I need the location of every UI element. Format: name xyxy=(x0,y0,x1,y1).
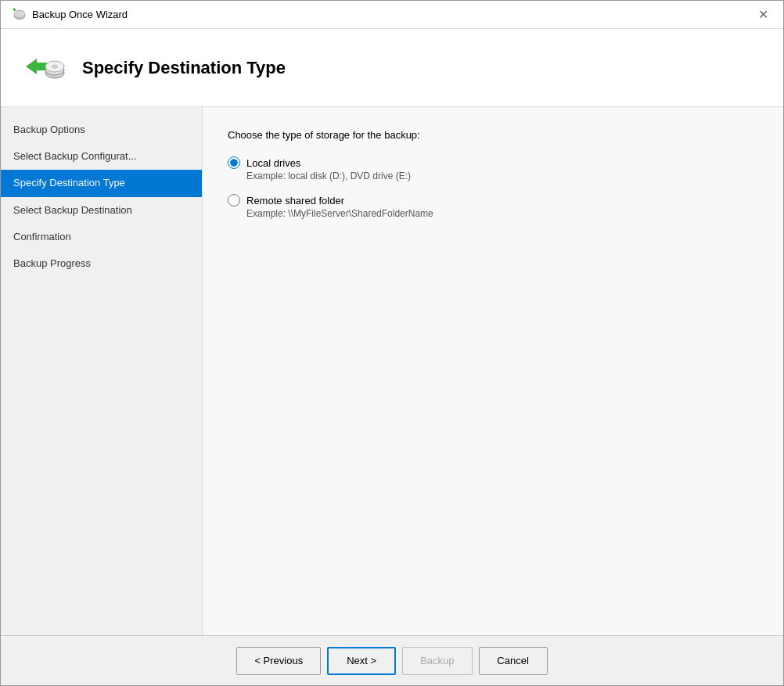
svg-point-1 xyxy=(14,10,25,18)
backup-button: Backup xyxy=(402,647,472,675)
header-area: Specify Destination Type xyxy=(1,29,783,107)
page-title: Specify Destination Type xyxy=(82,58,286,78)
cancel-button[interactable]: Cancel xyxy=(479,647,548,675)
remote-shared-folder-example: Example: \\MyFileServer\SharedFolderName xyxy=(246,208,758,219)
sidebar-item-backup-progress[interactable]: Backup Progress xyxy=(1,250,202,277)
remote-shared-folder-radio[interactable] xyxy=(228,194,240,207)
next-button[interactable]: Next > xyxy=(327,647,396,675)
footer-area: < Previous Next > Backup Cancel xyxy=(1,635,783,685)
svg-point-7 xyxy=(52,64,58,68)
local-drives-option: Local drives Example: local disk (D:), D… xyxy=(228,156,758,181)
main-content: Choose the type of storage for the backu… xyxy=(203,107,783,635)
sidebar-item-select-backup-configuration[interactable]: Select Backup Configurat... xyxy=(1,143,202,170)
sidebar-item-specify-destination-type[interactable]: Specify Destination Type xyxy=(1,170,202,196)
content-area: Backup Options Select Backup Configurat.… xyxy=(1,107,783,635)
local-drives-example: Example: local disk (D:), DVD drive (E:) xyxy=(246,171,758,181)
remote-shared-folder-option: Remote shared folder Example: \\MyFileSe… xyxy=(228,194,758,219)
window-title: Backup Once Wizard xyxy=(32,9,128,20)
local-drives-radio-row[interactable]: Local drives xyxy=(228,156,758,169)
sidebar-item-backup-options[interactable]: Backup Options xyxy=(1,117,202,143)
title-bar: Backup Once Wizard ✕ xyxy=(1,1,783,29)
remote-shared-folder-radio-row[interactable]: Remote shared folder xyxy=(228,194,758,207)
local-drives-radio[interactable] xyxy=(228,156,240,169)
choose-storage-label: Choose the type of storage for the backu… xyxy=(228,129,758,141)
app-icon xyxy=(10,7,26,23)
close-button[interactable]: ✕ xyxy=(752,4,774,26)
storage-type-radio-group: Local drives Example: local disk (D:), D… xyxy=(228,156,758,219)
wizard-icon xyxy=(20,45,67,92)
sidebar: Backup Options Select Backup Configurat.… xyxy=(1,107,203,635)
remote-shared-folder-label: Remote shared folder xyxy=(246,195,344,207)
sidebar-item-select-backup-destination[interactable]: Select Backup Destination xyxy=(1,197,202,224)
sidebar-item-confirmation[interactable]: Confirmation xyxy=(1,224,202,250)
previous-button[interactable]: < Previous xyxy=(236,647,321,675)
wizard-window: Backup Once Wizard ✕ Specify Destination… xyxy=(0,0,784,686)
local-drives-label: Local drives xyxy=(246,157,300,169)
title-bar-left: Backup Once Wizard xyxy=(10,7,128,23)
